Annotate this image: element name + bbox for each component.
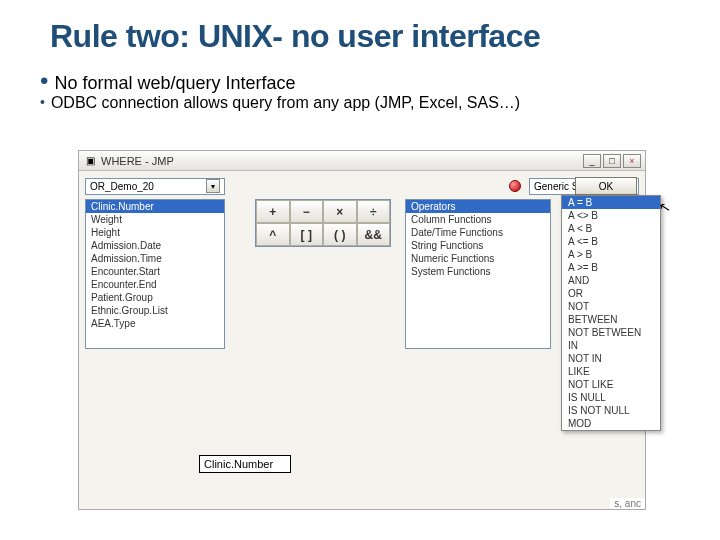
functions-listbox[interactable]: Operators Column Functions Date/Time Fun… xyxy=(405,199,551,349)
menu-item[interactable]: IS NOT NULL xyxy=(562,404,660,417)
selected-column-tag[interactable]: Clinic.Number xyxy=(199,455,291,473)
table-select[interactable]: OR_Demo_20 ▾ xyxy=(85,178,225,195)
maximize-button[interactable]: □ xyxy=(603,154,621,168)
menu-item[interactable]: IN xyxy=(562,339,660,352)
list-item[interactable]: Ethnic.Group.List xyxy=(86,304,224,317)
jmp-window: ▣ WHERE - JMP _ □ × OR_Demo_20 ▾ Generic… xyxy=(78,150,646,510)
truncated-text: s, anc xyxy=(610,498,645,509)
ok-button[interactable]: OK xyxy=(575,177,637,195)
op-button[interactable]: − xyxy=(290,200,324,223)
list-item[interactable]: AEA.Type xyxy=(86,317,224,330)
menu-item[interactable]: AND xyxy=(562,274,660,287)
list-item[interactable]: Numeric Functions xyxy=(406,252,550,265)
list-item[interactable]: Patient.Group xyxy=(86,291,224,304)
menu-item[interactable]: A >= B xyxy=(562,261,660,274)
menu-item[interactable]: NOT LIKE xyxy=(562,378,660,391)
chevron-down-icon[interactable]: ▾ xyxy=(206,179,220,193)
bullet-text-2: ODBC connection allows query from any ap… xyxy=(51,94,520,112)
menu-item[interactable]: NOT BETWEEN xyxy=(562,326,660,339)
list-item[interactable]: Date/Time Functions xyxy=(406,226,550,239)
list-item[interactable]: Admission.Time xyxy=(86,252,224,265)
bullet-dot: • xyxy=(40,94,45,110)
bullet-dot: • xyxy=(40,71,48,91)
list-item[interactable]: Weight xyxy=(86,213,224,226)
app-icon: ▣ xyxy=(83,154,97,168)
menu-item[interactable]: NOT xyxy=(562,300,660,313)
list-item[interactable]: String Functions xyxy=(406,239,550,252)
menu-item[interactable]: A < B xyxy=(562,222,660,235)
slide-title: Rule two: UNIX- no user interface xyxy=(0,0,720,63)
cursor-icon: ↖ xyxy=(657,198,672,216)
op-button[interactable]: + xyxy=(256,200,290,223)
bullet-list: • No formal web/query Interface • ODBC c… xyxy=(0,63,720,112)
menu-item[interactable]: NOT IN xyxy=(562,352,660,365)
list-item[interactable]: Encounter.End xyxy=(86,278,224,291)
op-button[interactable]: && xyxy=(357,223,391,246)
menu-item[interactable]: IS NULL xyxy=(562,391,660,404)
menu-item[interactable]: A = B xyxy=(562,196,660,209)
op-button[interactable]: × xyxy=(323,200,357,223)
menu-item[interactable]: A > B xyxy=(562,248,660,261)
list-item[interactable]: Column Functions xyxy=(406,213,550,226)
embedded-screenshot: ▣ WHERE - JMP _ □ × OR_Demo_20 ▾ Generic… xyxy=(78,150,646,510)
menu-item[interactable]: A <> B xyxy=(562,209,660,222)
table-select-value: OR_Demo_20 xyxy=(90,181,154,192)
menu-item[interactable]: BETWEEN xyxy=(562,313,660,326)
record-icon xyxy=(509,180,521,192)
menu-item[interactable]: OR xyxy=(562,287,660,300)
operators-keypad: + − × ÷ ^ [ ] ( ) && xyxy=(255,199,391,247)
list-item[interactable]: Admission.Date xyxy=(86,239,224,252)
titlebar[interactable]: ▣ WHERE - JMP _ □ × xyxy=(79,151,645,171)
op-button[interactable]: ( ) xyxy=(323,223,357,246)
list-item[interactable]: Operators xyxy=(406,200,550,213)
menu-item[interactable]: MOD xyxy=(562,417,660,430)
bullet-text-1: No formal web/query Interface xyxy=(54,71,295,94)
menu-item[interactable]: LIKE xyxy=(562,365,660,378)
close-button[interactable]: × xyxy=(623,154,641,168)
op-button[interactable]: ^ xyxy=(256,223,290,246)
menu-item[interactable]: A <= B xyxy=(562,235,660,248)
list-item[interactable]: System Functions xyxy=(406,265,550,278)
list-item[interactable]: Height xyxy=(86,226,224,239)
op-button[interactable]: ÷ xyxy=(357,200,391,223)
operators-dropdown[interactable]: A = B A <> B A < B A <= B A > B A >= B A… xyxy=(561,195,661,431)
window-title: WHERE - JMP xyxy=(101,155,174,167)
minimize-button[interactable]: _ xyxy=(583,154,601,168)
list-item[interactable]: Clinic.Number xyxy=(86,200,224,213)
list-item[interactable]: Encounter.Start xyxy=(86,265,224,278)
columns-listbox[interactable]: Clinic.Number Weight Height Admission.Da… xyxy=(85,199,225,349)
op-button[interactable]: [ ] xyxy=(290,223,324,246)
